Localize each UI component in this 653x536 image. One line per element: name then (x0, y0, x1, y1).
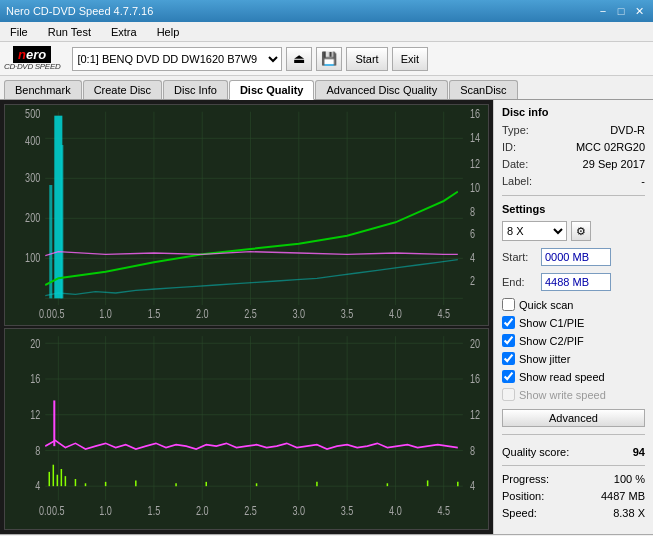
eject-button[interactable]: ⏏ (286, 47, 312, 71)
menu-bar: File Run Test Extra Help (0, 22, 653, 42)
show-jitter-label: Show jitter (519, 353, 570, 365)
svg-rect-40 (60, 145, 63, 298)
maximize-button[interactable]: □ (613, 3, 629, 19)
tab-disc-quality[interactable]: Disc Quality (229, 80, 315, 100)
nero-subtitle: CD·DVD SPEED (4, 62, 60, 71)
show-write-speed-label: Show write speed (519, 389, 606, 401)
svg-text:12: 12 (470, 407, 480, 421)
svg-text:2.5: 2.5 (244, 503, 257, 517)
start-button[interactable]: Start (346, 47, 387, 71)
svg-text:1.0: 1.0 (99, 503, 112, 517)
save-button[interactable]: 💾 (316, 47, 342, 71)
svg-text:2.5: 2.5 (244, 307, 257, 321)
quality-score-value: 94 (633, 446, 645, 458)
svg-text:4.5: 4.5 (437, 503, 450, 517)
show-read-speed-label: Show read speed (519, 371, 605, 383)
tab-create-disc[interactable]: Create Disc (83, 80, 162, 99)
svg-text:3.0: 3.0 (293, 503, 306, 517)
svg-text:12: 12 (470, 156, 480, 170)
date-label: Date: (502, 158, 528, 170)
tab-scandisc[interactable]: ScanDisc (449, 80, 517, 99)
svg-text:3.5: 3.5 (341, 307, 354, 321)
label-label: Label: (502, 175, 532, 187)
svg-text:14: 14 (470, 131, 480, 145)
svg-text:12: 12 (30, 407, 40, 421)
svg-text:400: 400 (25, 134, 40, 148)
app-title: Nero CD-DVD Speed 4.7.7.16 (6, 5, 153, 17)
svg-text:200: 200 (25, 211, 40, 225)
speed-row: Speed: 8.38 X (502, 507, 645, 519)
menu-file[interactable]: File (4, 24, 34, 40)
svg-text:8: 8 (470, 443, 475, 457)
start-label: Start: (502, 251, 537, 263)
speed-value: 8.38 X (613, 507, 645, 519)
progress-value: 100 % (614, 473, 645, 485)
show-write-speed-checkbox[interactable] (502, 388, 515, 401)
quick-scan-checkbox[interactable] (502, 298, 515, 311)
show-c2pif-checkbox[interactable] (502, 334, 515, 347)
svg-text:16: 16 (470, 107, 480, 121)
show-c1pie-checkbox[interactable] (502, 316, 515, 329)
exit-button[interactable]: Exit (392, 47, 428, 71)
svg-text:4.5: 4.5 (437, 307, 450, 321)
svg-text:1.5: 1.5 (148, 307, 161, 321)
close-button[interactable]: ✕ (631, 3, 647, 19)
show-write-speed-row: Show write speed (502, 388, 645, 401)
id-value: MCC 02RG20 (576, 141, 645, 153)
svg-text:1.0: 1.0 (99, 307, 112, 321)
progress-label: Progress: (502, 473, 549, 485)
speed-label: Speed: (502, 507, 537, 519)
title-bar: Nero CD-DVD Speed 4.7.7.16 − □ ✕ (0, 0, 653, 22)
svg-text:16: 16 (470, 372, 480, 386)
menu-help[interactable]: Help (151, 24, 186, 40)
svg-text:1.5: 1.5 (148, 503, 161, 517)
show-jitter-checkbox[interactable] (502, 352, 515, 365)
show-read-speed-checkbox[interactable] (502, 370, 515, 383)
id-label: ID: (502, 141, 516, 153)
start-input[interactable] (541, 248, 611, 266)
show-c2pif-row: Show C2/PIF (502, 334, 645, 347)
svg-text:4: 4 (470, 479, 475, 493)
tab-advanced-disc-quality[interactable]: Advanced Disc Quality (315, 80, 448, 99)
minimize-button[interactable]: − (595, 3, 611, 19)
svg-text:0.0: 0.0 (39, 503, 52, 517)
toolbar: nero CD·DVD SPEED [0:1] BENQ DVD DD DW16… (0, 42, 653, 76)
svg-text:8: 8 (35, 443, 40, 457)
info-panel: Disc info Type: DVD-R ID: MCC 02RG20 Dat… (493, 100, 653, 534)
quick-scan-row: Quick scan (502, 298, 645, 311)
tab-benchmark[interactable]: Benchmark (4, 80, 82, 99)
svg-text:2.0: 2.0 (196, 307, 209, 321)
svg-text:4.0: 4.0 (389, 307, 402, 321)
menu-extra[interactable]: Extra (105, 24, 143, 40)
date-value: 29 Sep 2017 (583, 158, 645, 170)
type-value: DVD-R (610, 124, 645, 136)
svg-text:0.5: 0.5 (52, 503, 65, 517)
svg-text:4: 4 (35, 479, 40, 493)
disc-label-row: Label: - (502, 175, 645, 187)
svg-text:10: 10 (470, 180, 480, 194)
svg-text:3.5: 3.5 (341, 503, 354, 517)
show-c1pie-row: Show C1/PIE (502, 316, 645, 329)
nero-logo: nero (13, 46, 51, 64)
advanced-button[interactable]: Advanced (502, 409, 645, 427)
drive-selector[interactable]: [0:1] BENQ DVD DD DW1620 B7W9 (72, 47, 282, 71)
settings-title: Settings (502, 203, 645, 215)
end-input[interactable] (541, 273, 611, 291)
progress-row: Progress: 100 % (502, 473, 645, 485)
end-label: End: (502, 276, 537, 288)
svg-text:0.5: 0.5 (52, 307, 65, 321)
speed-selector[interactable]: 8 X Maximum 1 X 2 X 4 X (502, 221, 567, 241)
tab-disc-info[interactable]: Disc Info (163, 80, 228, 99)
end-row: End: (502, 273, 645, 291)
show-c2pif-label: Show C2/PIF (519, 335, 584, 347)
disc-type-row: Type: DVD-R (502, 124, 645, 136)
svg-text:0.0: 0.0 (39, 307, 52, 321)
menu-run-test[interactable]: Run Test (42, 24, 97, 40)
svg-text:100: 100 (25, 251, 40, 265)
top-chart: 500 400 300 200 100 16 14 12 10 8 6 4 2 … (4, 104, 489, 326)
svg-text:20: 20 (30, 336, 40, 350)
tabs: Benchmark Create Disc Disc Info Disc Qua… (0, 76, 653, 100)
speed-row: 8 X Maximum 1 X 2 X 4 X ⚙ (502, 221, 645, 241)
settings-icon-button[interactable]: ⚙ (571, 221, 591, 241)
main-content: 500 400 300 200 100 16 14 12 10 8 6 4 2 … (0, 100, 653, 534)
